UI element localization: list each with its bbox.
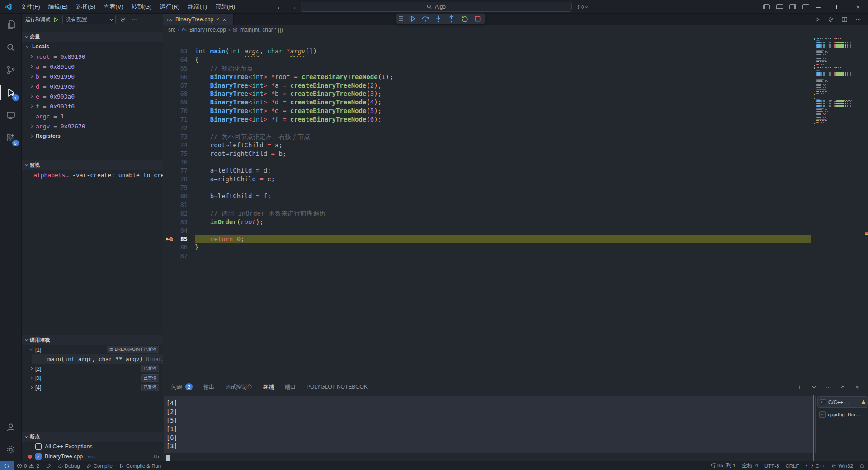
build-target[interactable]: Win32 <box>828 461 856 470</box>
gutter[interactable]: 69 <box>163 98 195 107</box>
gutter[interactable]: 74 <box>163 141 195 150</box>
gutter[interactable]: 80 <box>163 192 195 201</box>
code-line[interactable]: 69 BinaryTree<int> *d = createBinaryTree… <box>163 98 811 107</box>
menu-item[interactable]: 帮助(H) <box>211 0 239 13</box>
minimize-button[interactable]: ─ <box>808 0 828 14</box>
panel-tab-调试控制台[interactable]: 调试控制台 <box>225 379 252 395</box>
gutter[interactable]: 84 <box>163 226 195 235</box>
breakpoint-checkbox[interactable] <box>35 443 42 450</box>
code-line[interactable]: 67 BinaryTree<int> *a = createBinaryTree… <box>163 81 811 90</box>
gutter[interactable]: 83 <box>163 218 195 226</box>
code-line[interactable]: 84 <box>163 226 811 235</box>
task-compile-run[interactable]: Compile & Run <box>116 461 164 470</box>
menu-item[interactable]: 编辑(E) <box>44 0 72 13</box>
code-line[interactable]: 78 a→rightChild = e; <box>163 175 811 183</box>
new-terminal-icon[interactable]: + <box>795 382 804 391</box>
toggle-sidebar-icon[interactable] <box>763 4 770 9</box>
variable-row[interactable]: f = 0x903f0 <box>22 101 163 111</box>
variable-row[interactable]: e = 0x903a0 <box>22 91 163 101</box>
code-line[interactable]: 83 inOrder(root); <box>163 218 811 226</box>
stack-frame-row[interactable]: main(int argc, char ** argv)Binar… <box>32 354 163 364</box>
code-line[interactable]: 75 root→rightChild = b; <box>163 150 811 158</box>
code-line[interactable]: 65 // 初始化节点 <box>163 64 811 73</box>
close-panel-icon[interactable]: × <box>853 382 862 391</box>
gutter[interactable]: 78 <box>163 175 195 183</box>
menu-item[interactable]: 转到(G) <box>127 0 156 13</box>
terminal-instance[interactable]: >_C/C++ ... <box>817 396 868 408</box>
run-debug-activity-item[interactable]: 1 <box>0 81 22 104</box>
step-out-button[interactable] <box>446 14 456 24</box>
files-activity-item[interactable] <box>0 14 22 36</box>
menu-item[interactable]: 文件(F) <box>17 0 44 13</box>
status-item[interactable]: 行 85, 列 1 <box>708 461 739 470</box>
remote-indicator[interactable] <box>0 461 14 470</box>
terminal-output[interactable]: [4][2][5][1][6][3] <box>164 396 813 453</box>
gutter[interactable]: 66 <box>163 73 195 81</box>
minimap[interactable] <box>814 38 863 126</box>
code-line[interactable]: 86} <box>163 243 811 252</box>
breadcrumb-symbol[interactable]: main(int, char * []) <box>240 27 283 33</box>
gutter[interactable]: 68 <box>163 89 195 98</box>
menu-item[interactable]: 查看(V) <box>99 0 127 13</box>
restart-button[interactable] <box>459 14 469 24</box>
code-line[interactable]: 63int main(int argc, char *argv[]) <box>163 47 811 56</box>
toolbar-drag-handle[interactable] <box>399 16 403 21</box>
code-line[interactable]: 64{ <box>163 56 811 64</box>
breadcrumb-folder[interactable]: src <box>168 27 175 33</box>
more-actions-icon[interactable]: ⋯ <box>854 15 863 24</box>
gutter[interactable]: 64 <box>163 56 195 64</box>
watch-expression-row[interactable]: alphabets = -var-create: unable to cre… <box>22 170 163 180</box>
gutter[interactable]: 65 <box>163 64 195 73</box>
breakpoint-checkbox[interactable]: ✓ <box>35 453 42 460</box>
gutter[interactable]: 86 <box>163 243 195 252</box>
stop-button[interactable] <box>472 14 482 24</box>
call-stack-thread-row[interactable]: [1]因 BREAKPOINT 已暂停 <box>22 345 163 354</box>
status-item[interactable]: CRLF <box>783 461 802 470</box>
gutter[interactable]: 67 <box>163 81 195 90</box>
copilot-button[interactable] <box>577 2 588 12</box>
more-actions-icon[interactable]: ⋯ <box>130 15 139 24</box>
panel-tab-POLYGLOT NOTEBOOK[interactable]: POLYGLOT NOTEBOOK <box>307 379 368 395</box>
variable-row[interactable]: b = 0x91990 <box>22 71 163 81</box>
call-stack-thread-row[interactable]: [3]已暂停 <box>22 373 163 383</box>
launch-button[interactable] <box>42 461 54 470</box>
debug-settings-gear-icon[interactable] <box>118 15 127 24</box>
registers-row[interactable]: Registers <box>22 131 163 141</box>
code-line[interactable]: 73 // 为不同节点指定左、右孩子节点 <box>163 132 811 141</box>
settings-gear-icon[interactable] <box>826 15 835 24</box>
menu-item[interactable]: 终端(T) <box>184 0 211 13</box>
close-button[interactable]: × <box>848 0 868 14</box>
gutter[interactable]: 63 <box>163 47 195 56</box>
close-tab-icon[interactable]: × <box>222 16 226 23</box>
code-line[interactable]: 70 BinaryTree<int> *e = createBinaryTree… <box>163 107 811 115</box>
code-line[interactable]: 76 <box>163 158 811 167</box>
section-breakpoints[interactable]: 断点 <box>22 432 163 442</box>
remote-explorer-activity-item[interactable] <box>0 104 22 127</box>
gutter[interactable]: 85 <box>163 235 195 244</box>
maximize-panel-icon[interactable] <box>838 382 847 391</box>
variable-row[interactable]: argv = 0x92670 <box>22 121 163 131</box>
code-line[interactable]: 68 BinaryTree<int> *b = createBinaryTree… <box>163 89 811 98</box>
toggle-secondary-sidebar-icon[interactable] <box>789 4 796 9</box>
step-into-button[interactable] <box>433 14 443 24</box>
gutter[interactable]: 79 <box>163 183 195 192</box>
forward-icon[interactable]: → <box>290 3 297 10</box>
debug-config-dropdown[interactable]: 没有配置 <box>62 15 116 24</box>
variable-row[interactable]: a = 0x891e0 <box>22 61 163 71</box>
chevron-down-icon[interactable] <box>809 382 818 391</box>
step-over-button[interactable] <box>420 14 430 24</box>
tab-binarytree-cpp[interactable]: C BinaryTree.cpp 2 × <box>163 14 234 25</box>
section-variables[interactable]: 变量 <box>22 32 163 42</box>
command-search-input[interactable]: Algo <box>301 2 572 12</box>
back-icon[interactable]: ← <box>277 3 283 10</box>
language-mode[interactable]: { } C++ <box>802 461 829 470</box>
gutter[interactable]: 73 <box>163 132 195 141</box>
code-line[interactable]: 82 // 调用 inOrder 函数来进行前序遍历 <box>163 209 811 218</box>
toggle-panel-icon[interactable] <box>776 4 783 9</box>
locals-scope-row[interactable]: Locals <box>22 42 163 52</box>
panel-tab-端口[interactable]: 端口 <box>285 379 296 395</box>
task-debug[interactable]: Debug <box>54 461 83 470</box>
call-stack-thread-row[interactable]: [2]已暂停 <box>22 364 163 373</box>
variable-row[interactable]: argc = 1 <box>22 111 163 121</box>
status-item[interactable]: 空格: 4 <box>739 461 761 470</box>
